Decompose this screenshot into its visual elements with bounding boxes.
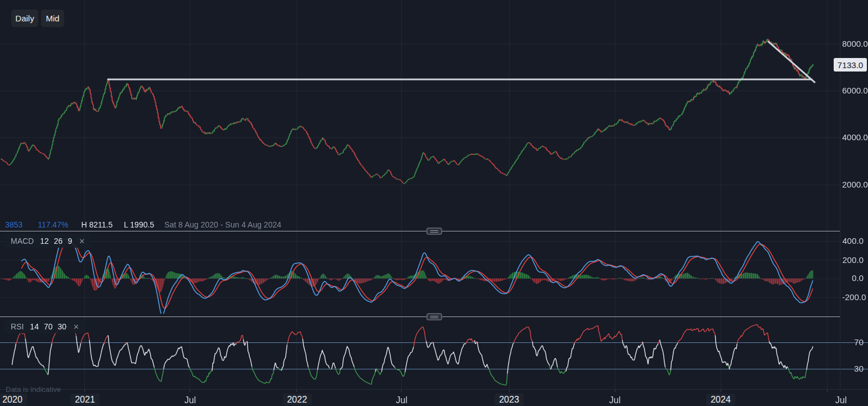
indicator-param: 14 [30,322,39,331]
time-tick-label: 2022 [282,394,312,405]
macd-tick-label: -200.0 [842,292,863,302]
legend-high: H 8211.5 [81,220,113,229]
price-tick-label: 8000.0 [842,39,863,49]
time-tick-label: 2023 [494,394,524,405]
rsi-indicator-name: RSI [11,322,24,331]
rsi-close-icon[interactable]: ✕ [73,323,79,331]
price-tick-label: 6000.0 [842,86,863,96]
indicator-param: 26 [54,237,63,246]
macd-close-icon[interactable]: ✕ [79,237,85,246]
indicator-param: 70 [44,322,53,331]
legend-change-percent: 117.47% [38,220,68,229]
rsi-tick-label: 30 [842,364,863,374]
time-tick-label: Jul [185,395,196,405]
rsi-tick-label: 70 [842,337,863,347]
price-tick-label: 2000.0 [842,180,863,190]
indicator-param: 30 [58,322,67,331]
legend-symbol-value: 3853 [5,220,23,229]
macd-indicator-name: MACD [11,237,34,246]
macd-tick-label: 200.0 [842,255,863,265]
time-tick-label: 2021 [70,394,100,405]
trading-chart-app: Daily Mid 3853 117.47% H 8211.5 L 1990.5… [0,0,868,406]
pane-resize-handle-icon[interactable] [426,227,442,235]
symbol-legend: 3853 117.47% H 8211.5 L 1990.5 Sat 8 Aug… [5,220,281,230]
price-tick-label: 4000.0 [842,132,863,142]
time-tick-label: Jul [835,395,847,405]
legend-low: L 1990.5 [124,220,154,229]
macd-indicator-label[interactable]: MACD 12269 ✕ [5,234,91,248]
time-tick-label: 2020 [0,394,27,405]
rsi-indicator-params: 147030 [30,322,66,331]
time-tick-label: 2024 [706,394,735,405]
rsi-indicator-label[interactable]: RSI 147030 ✕ [5,320,86,333]
time-tick-label: Jul [609,395,620,405]
pane-separator-rsi[interactable] [0,316,840,317]
pane-resize-handle-icon[interactable] [426,313,442,320]
indicator-param: 12 [40,237,49,246]
chart-canvas[interactable] [0,0,868,406]
mid-button[interactable]: Mid [41,10,64,27]
interval-daily-button[interactable]: Daily [11,10,38,27]
price-axis[interactable] [840,0,868,389]
pane-separator-macd[interactable] [0,231,840,231]
macd-tick-label: 400.0 [842,236,863,246]
time-axis[interactable] [0,390,868,406]
time-tick-label: Jul [396,395,407,405]
legend-date-range: Sat 8 Aug 2020 - Sun 4 Aug 2024 [164,220,281,229]
macd-tick-label: 0.0 [842,273,863,283]
indicator-param: 9 [68,237,72,246]
macd-indicator-params: 12269 [40,237,72,246]
